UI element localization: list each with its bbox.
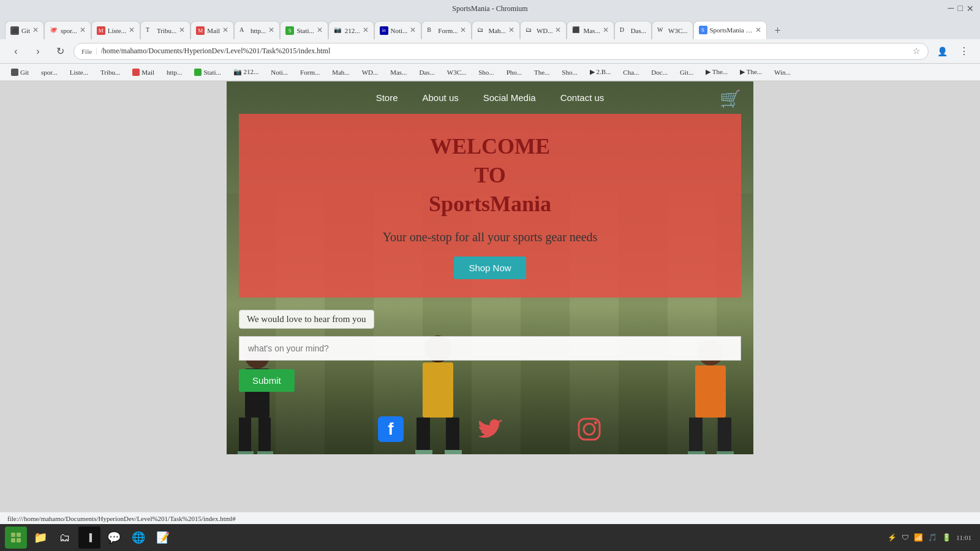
bookmark-stati[interactable]: Stati... — [189, 67, 225, 78]
tab-close-active[interactable]: ✕ — [755, 26, 761, 35]
tab-close[interactable]: ✕ — [363, 26, 369, 35]
url-text: /home/mahamo/Documents/HyperionDev/Level… — [101, 47, 909, 56]
tab-git[interactable]: ⬛ Git ✕ — [5, 21, 44, 39]
tab-spor[interactable]: 🐙 spor... ✕ — [44, 21, 91, 39]
bookmark-noti[interactable]: Noti... — [266, 67, 293, 78]
tab-mah[interactable]: 🗂 Mah... ✕ — [472, 21, 519, 39]
submit-button[interactable]: Submit — [239, 369, 295, 392]
tab-tribu[interactable]: T Tribu... ✕ — [140, 21, 190, 39]
tab-stati[interactable]: S Stati... ✕ — [280, 21, 328, 39]
svg-point-19 — [584, 424, 595, 435]
tab-close[interactable]: ✕ — [32, 26, 39, 35]
bookmark-sho2[interactable]: Sho... — [557, 67, 582, 78]
maximize-button[interactable]: □ — [958, 4, 963, 14]
tab-close[interactable]: ✕ — [129, 26, 135, 35]
nav-about[interactable]: About us — [423, 92, 459, 103]
bookmark-win[interactable]: Win... — [769, 67, 796, 78]
facebook-icon[interactable]: f — [378, 416, 404, 442]
tab-close[interactable]: ✕ — [222, 26, 228, 35]
shop-now-button[interactable]: Shop Now — [454, 257, 526, 279]
site-navigation: Store About us Social Media Contact us 🛒 — [227, 81, 753, 114]
bookmark-git[interactable]: Git — [6, 67, 34, 78]
bookmark-wd[interactable]: WD... — [357, 67, 383, 78]
close-button[interactable]: ✕ — [967, 4, 974, 14]
twitter-icon[interactable] — [477, 416, 503, 442]
bookmark-212[interactable]: 📷 212... — [228, 66, 264, 78]
taskbar-discord[interactable]: 💬 — [103, 527, 125, 549]
taskbar-browser[interactable]: 🌐 — [127, 527, 149, 549]
tab-http[interactable]: A http... ✕ — [234, 21, 280, 39]
nav-store[interactable]: Store — [376, 92, 398, 103]
taskbar-terminal[interactable]: 🗂 — [54, 527, 76, 549]
nav-social[interactable]: Social Media — [483, 92, 536, 103]
tab-close[interactable]: ✕ — [179, 26, 185, 35]
tab-das[interactable]: D Das... — [614, 21, 652, 39]
tab-close[interactable]: ✕ — [410, 26, 416, 35]
bookmark-icon[interactable]: ☆ — [913, 46, 921, 56]
address-bar[interactable]: File | /home/mahamo/Documents/HyperionDe… — [74, 43, 929, 60]
bookmark-the3[interactable]: ▶ The... — [735, 66, 767, 78]
taskbar-editor[interactable]: 📝 — [152, 527, 174, 549]
bookmark-the1[interactable]: The... — [529, 67, 554, 78]
tab-close[interactable]: ✕ — [460, 26, 466, 35]
menu-button[interactable]: ⋮ — [956, 43, 973, 60]
bookmark-liste[interactable]: Liste... — [65, 67, 93, 78]
cart-icon[interactable]: 🛒 — [720, 89, 741, 108]
nav-contact[interactable]: Contact us — [560, 92, 605, 103]
tab-close[interactable]: ✕ — [80, 26, 86, 35]
tab-form[interactable]: B Form... ✕ — [421, 21, 472, 39]
tab-noti[interactable]: in Noti... ✕ — [374, 21, 422, 39]
taskbar-clock: 11:01 — [956, 534, 975, 541]
bookmark-the2[interactable]: ▶ The... — [701, 66, 733, 78]
bookmark-form[interactable]: Form... — [295, 67, 325, 78]
status-url: file:///home/mahamo/Documents/HyperionDe… — [7, 515, 236, 522]
tab-close[interactable]: ✕ — [508, 26, 514, 35]
bookmark-cha[interactable]: Cha... — [618, 67, 644, 78]
window-controls[interactable]: ─ □ ✕ — [948, 4, 974, 14]
bookmark-mas[interactable]: Mas... — [385, 67, 412, 78]
taskbar-xterm[interactable]: ▐ — [78, 527, 100, 549]
bookmark-w3c[interactable]: W3C... — [442, 67, 471, 78]
tab-mail[interactable]: M Mail ✕ — [190, 21, 234, 39]
instagram-icon[interactable] — [576, 416, 602, 442]
minimize-button[interactable]: ─ — [948, 4, 954, 14]
bookmark-doc[interactable]: Doc... — [646, 67, 673, 78]
tab-close[interactable]: ✕ — [603, 26, 609, 35]
tab-close[interactable]: ✕ — [555, 26, 561, 35]
taskbar-files[interactable]: 📁 — [29, 527, 51, 549]
tab-212[interactable]: 📷 212... ✕ — [328, 21, 374, 39]
tab-mas[interactable]: ⬛ Mas... ✕ — [567, 21, 614, 39]
bookmark-git2[interactable]: Git... — [675, 67, 698, 78]
bookmark-spor[interactable]: spor... — [36, 67, 62, 78]
contact-input[interactable] — [239, 336, 741, 361]
taskbar-system-tray: ⚡ 🛡 📶 🎵 🔋 11:01 — [888, 533, 975, 542]
bookmark-das[interactable]: Das... — [414, 67, 439, 78]
wifi-icon: 📶 — [914, 533, 923, 542]
taskbar-launcher[interactable] — [5, 527, 27, 549]
bookmark-pho[interactable]: Pho... — [502, 67, 527, 78]
hero-subtitle: Your one-stop for all your sports gear n… — [251, 230, 729, 244]
back-button[interactable]: ‹ — [7, 43, 24, 60]
cart-icon-wrapper[interactable]: 🛒 — [720, 89, 741, 109]
new-tab-button[interactable]: + — [769, 22, 786, 39]
tab-close[interactable]: ✕ — [317, 26, 323, 35]
battery-icon: 🔋 — [942, 533, 951, 542]
tab-favicon-wd: 🗂 — [526, 26, 534, 35]
bookmark-http[interactable]: http... — [162, 67, 187, 78]
tab-liste[interactable]: M Liste... ✕ — [91, 21, 140, 39]
tab-sportsmania[interactable]: S SportsMania - Chromium ✕ — [693, 21, 767, 39]
tab-close[interactable]: ✕ — [268, 26, 274, 35]
profile-button[interactable]: 👤 — [933, 43, 951, 60]
bookmark-tribu[interactable]: Tribu... — [96, 67, 125, 78]
tab-w3c[interactable]: W W3C... — [652, 21, 693, 39]
bookmark-sho[interactable]: Sho... — [473, 67, 499, 78]
browser-toolbar: ‹ › ↻ File | /home/mahamo/Documents/Hype… — [0, 39, 980, 64]
tab-favicon-tribu: T — [146, 26, 154, 35]
bookmark-2b[interactable]: ▶ 2.B... — [585, 66, 616, 78]
forward-button[interactable]: › — [29, 43, 47, 60]
bookmark-mail[interactable]: Mail — [127, 67, 159, 78]
sound-icon: 🎵 — [928, 533, 937, 542]
bookmark-mah[interactable]: Mah... — [327, 67, 354, 78]
tab-wd[interactable]: 🗂 WD... ✕ — [520, 21, 567, 39]
reload-button[interactable]: ↻ — [51, 43, 69, 60]
